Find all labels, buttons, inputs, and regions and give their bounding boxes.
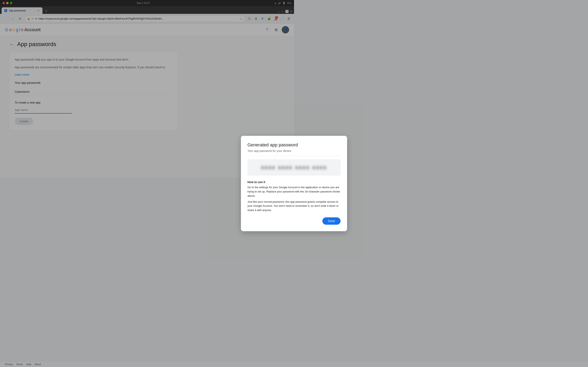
page-content: Google Account ? ⊞ 👤 ← App passwords App… bbox=[0, 24, 294, 178]
password-box: xxxx xxxx xxxx xxxx bbox=[247, 159, 294, 175]
generated-password-dialog: Generated app password Your app password… bbox=[241, 136, 294, 178]
generated-password: xxxx xxxx xxxx xxxx bbox=[261, 164, 294, 171]
dialog-title: Generated app password bbox=[247, 142, 294, 148]
modal-overlay: Generated app password Your app password… bbox=[0, 24, 294, 178]
dialog-subtitle: Your app password for your device bbox=[247, 149, 294, 156]
